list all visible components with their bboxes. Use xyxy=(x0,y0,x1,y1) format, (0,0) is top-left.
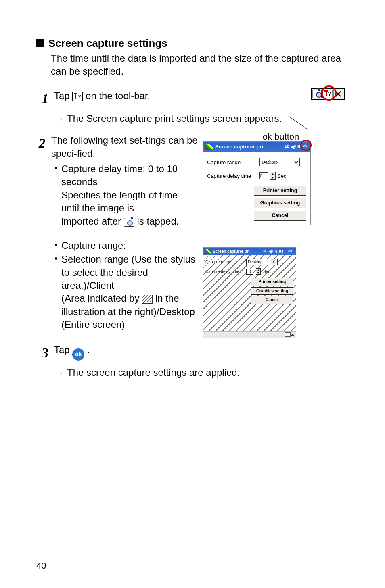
bullet-selection-range-1: Selection range (Use the stylus to selec… xyxy=(61,254,195,291)
step1-text-a: Tap xyxy=(54,90,72,101)
bullet-delay-desc2-pre: imported after xyxy=(61,216,124,227)
capture-delay-input[interactable] xyxy=(259,172,268,179)
hatch-icon xyxy=(142,295,153,304)
pda2-spinner-buttons[interactable]: ▲▼ xyxy=(256,268,261,275)
pda2-capture-range-label: Capture range xyxy=(205,259,244,265)
chevron-down-icon: ▼ xyxy=(271,259,276,264)
triangle-up-icon[interactable] xyxy=(291,334,294,336)
red-circle-highlight-icon xyxy=(300,140,312,151)
speaker-icon: ◀ᵋ xyxy=(268,249,273,254)
step3-text-a: Tap xyxy=(54,344,72,355)
pda-titlebar: Screen capturer pri ⇄ ◀ᵋ 8:03 ok xyxy=(203,142,310,152)
ty-toolbar-icon: Y xyxy=(72,92,83,101)
bullet-selection-range-2-pre: (Area indicated by xyxy=(61,293,139,304)
cancel-button[interactable]: Cancel xyxy=(254,211,306,221)
capture-range-label: Capture range xyxy=(207,159,255,166)
sip-bar xyxy=(203,331,296,338)
pda2-sec-label: Sec. xyxy=(263,269,271,275)
step-number-2: 2 xyxy=(36,134,46,152)
spinner-buttons[interactable]: ▲▼ xyxy=(270,172,276,180)
pda2-title: Screen capturer pri xyxy=(213,249,250,254)
step2-text: The following text set-tings can be spec… xyxy=(51,134,198,160)
step1-text-b: on the tool-bar. xyxy=(86,90,150,101)
connection-icon: ⇄ xyxy=(285,143,289,150)
bullet-icon xyxy=(55,167,57,169)
arrow-icon: → xyxy=(55,113,64,125)
bullet-icon xyxy=(55,244,57,246)
capture-range-select[interactable]: Desktop xyxy=(259,158,300,166)
pda2-cancel-button[interactable]: Cancel xyxy=(251,296,293,304)
intro-text: The time until the data is imported and … xyxy=(51,52,357,78)
pda2-capture-range-value: Desktop xyxy=(248,259,263,265)
pda2-titlebar: Screen capturer pri ⇄ ◀ᵋ 8:03 ok xyxy=(203,248,296,256)
windows-flag-icon xyxy=(205,144,213,150)
step-number-1: 1 xyxy=(36,90,48,108)
speaker-icon: ◀ᵋ xyxy=(291,144,296,150)
keyboard-icon[interactable] xyxy=(285,332,291,337)
pda2-capture-range-select[interactable]: Desktop ▼ xyxy=(246,259,278,265)
hatched-selection-area: Capture range Desktop ▼ Capture delay ti… xyxy=(203,255,296,331)
connection-icon: ⇄ xyxy=(263,249,266,254)
step3-result-text: The screen capture settings are applied. xyxy=(67,366,240,379)
sec-label: Sec. xyxy=(277,173,288,180)
bullet-delay-desc2-post: is tapped. xyxy=(137,216,179,227)
pda-dialog: Screen capturer pri ⇄ ◀ᵋ 8:03 ok Capture… xyxy=(203,141,311,225)
pda2-ok-button-icon[interactable]: ok xyxy=(287,249,294,254)
step-number-3: 3 xyxy=(36,344,48,362)
pda-dialog-hatched: Screen capturer pri ⇄ ◀ᵋ 8:03 ok Capture… xyxy=(203,247,296,338)
ok-button-icon: ok xyxy=(72,348,84,361)
red-circle-highlight-icon xyxy=(321,85,337,101)
bullet-delay-lead: Capture delay time: 0 to 10 seconds xyxy=(61,163,178,187)
square-bullet-icon xyxy=(36,39,44,47)
step3-text-b: . xyxy=(87,344,90,355)
capture-delay-label: Capture delay time xyxy=(207,173,255,180)
toolbar-illustration: Y xyxy=(311,88,345,100)
section-heading: Screen capture settings xyxy=(48,36,167,50)
bullet-delay-desc1: Specifies the length of time until the i… xyxy=(61,190,178,213)
camera-icon xyxy=(124,218,134,227)
pda2-graphics-setting-button[interactable]: Graphics setting xyxy=(251,287,293,295)
windows-flag-icon xyxy=(205,249,211,254)
bullet-capture-range: Capture range: xyxy=(61,239,198,252)
toolbar-camera-icon xyxy=(312,90,322,98)
step1-result-text: The Screen capture print settings screen… xyxy=(67,112,282,125)
pda2-printer-setting-button[interactable]: Printer setting xyxy=(251,278,293,286)
pda-title: Screen capturer pri xyxy=(215,143,263,150)
graphics-setting-button[interactable]: Graphics setting xyxy=(254,198,306,208)
pda2-capture-delay-label: Capture delay time xyxy=(205,269,244,275)
pda2-capture-delay-value[interactable]: 0 xyxy=(246,269,253,275)
bullet-icon xyxy=(55,257,57,260)
printer-setting-button[interactable]: Printer setting xyxy=(254,186,306,196)
pda2-time: 8:03 xyxy=(275,249,283,254)
arrow-icon: → xyxy=(55,367,64,379)
